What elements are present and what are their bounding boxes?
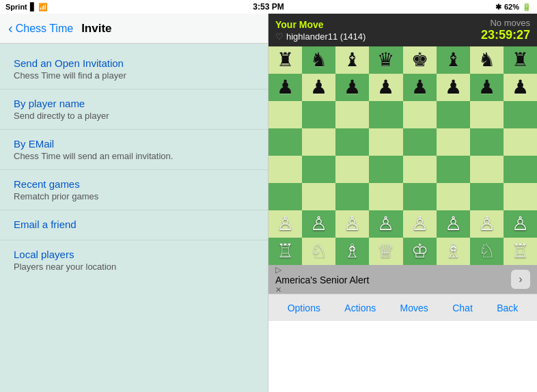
- chess-cell-0-6[interactable]: ♞: [470, 46, 504, 74]
- chess-cell-0-7[interactable]: ♜: [504, 46, 537, 74]
- chess-cell-5-6[interactable]: [470, 183, 504, 210]
- chess-cell-2-7[interactable]: [504, 101, 537, 128]
- bottom-toolbar: Options Actions Moves Chat Back: [268, 294, 537, 321]
- chess-cell-3-2[interactable]: [335, 128, 369, 156]
- chess-cell-1-1[interactable]: ♟: [302, 74, 335, 101]
- chess-cell-2-1[interactable]: [302, 101, 335, 128]
- chess-cell-2-0[interactable]: [268, 101, 302, 128]
- chess-cell-1-3[interactable]: ♟: [369, 74, 402, 101]
- chess-cell-4-4[interactable]: [403, 156, 437, 183]
- chess-cell-6-0[interactable]: ♙: [268, 210, 302, 238]
- ad-close-icon[interactable]: ✕: [275, 285, 369, 294]
- chess-cell-5-4[interactable]: [403, 183, 437, 210]
- chess-cell-3-7[interactable]: [504, 128, 537, 156]
- chess-cell-0-0[interactable]: ♜: [268, 46, 302, 74]
- chat-button[interactable]: Chat: [448, 300, 477, 316]
- menu-item-subtitle-open-invitation: Chess Time will find a player: [14, 70, 254, 81]
- chess-cell-3-3[interactable]: [369, 128, 402, 156]
- battery-label: 62%: [504, 3, 519, 11]
- chess-board: ♜♞♝♛♚♝♞♜♟♟♟♟♟♟♟♟♙♙♙♙♙♙♙♙♖♘♗♕♔♗♘♖: [268, 46, 537, 265]
- chess-cell-2-4[interactable]: [403, 101, 437, 128]
- chess-cell-1-0[interactable]: ♟: [268, 74, 302, 101]
- chess-cell-1-4[interactable]: ♟: [403, 74, 437, 101]
- chess-cell-2-6[interactable]: [470, 101, 504, 128]
- back-chevron-icon: ‹: [8, 20, 13, 36]
- game-header: Your Move ♡ highlander11 (1414) No moves…: [268, 14, 537, 46]
- chess-cell-1-7[interactable]: ♟: [504, 74, 537, 101]
- menu-item-recent-games[interactable]: Recent gamesRematch prior games: [0, 170, 268, 210]
- chess-cell-3-1[interactable]: [302, 128, 335, 156]
- no-moves-label: No moves: [481, 18, 530, 28]
- back-button[interactable]: ‹ Chess Time: [8, 20, 73, 36]
- chess-cell-7-4[interactable]: ♔: [403, 238, 437, 265]
- chess-cell-5-3[interactable]: [369, 183, 402, 210]
- chess-cell-7-1[interactable]: ♘: [302, 238, 335, 265]
- chess-cell-5-7[interactable]: [504, 183, 537, 210]
- chess-cell-6-5[interactable]: ♙: [437, 210, 470, 238]
- chess-cell-7-3[interactable]: ♕: [369, 238, 402, 265]
- menu-item-title-by-player-name: By player name: [14, 98, 254, 109]
- battery-icon: 🔋: [522, 3, 532, 12]
- chess-cell-4-3[interactable]: [369, 156, 402, 183]
- nav-bar: ‹ Chess Time Invite: [0, 14, 268, 44]
- menu-item-title-by-email: By EMail: [14, 138, 254, 150]
- chess-cell-3-5[interactable]: [437, 128, 470, 156]
- chess-cell-4-5[interactable]: [437, 156, 470, 183]
- chess-cell-0-5[interactable]: ♝: [437, 46, 470, 74]
- wifi-icon: 📶: [38, 3, 48, 12]
- your-move-label: Your Move: [275, 19, 366, 30]
- chess-cell-4-7[interactable]: [504, 156, 537, 183]
- actions-button[interactable]: Actions: [340, 300, 380, 316]
- menu-item-local-players[interactable]: Local playersPlayers near your location: [0, 240, 268, 280]
- chess-cell-6-2[interactable]: ♙: [335, 210, 369, 238]
- chess-cell-3-0[interactable]: [268, 128, 302, 156]
- chess-cell-6-1[interactable]: ♙: [302, 210, 335, 238]
- chess-cell-0-4[interactable]: ♚: [403, 46, 437, 74]
- chess-cell-6-4[interactable]: ♙: [403, 210, 437, 238]
- options-button[interactable]: Options: [284, 300, 325, 316]
- chess-cell-4-6[interactable]: [470, 156, 504, 183]
- chess-cell-4-1[interactable]: [302, 156, 335, 183]
- chess-cell-0-2[interactable]: ♝: [335, 46, 369, 74]
- chess-cell-6-7[interactable]: ♙: [504, 210, 537, 238]
- menu-item-by-player-name[interactable]: By player nameSend directly to a player: [0, 89, 268, 130]
- ad-banner[interactable]: ▷ America's Senior Alert ✕ ›: [268, 265, 537, 294]
- chess-cell-5-2[interactable]: [335, 183, 369, 210]
- back-button-toolbar[interactable]: Back: [493, 300, 522, 316]
- chess-cell-7-6[interactable]: ♘: [470, 238, 504, 265]
- menu-list: Send an Open InvitationChess Time will f…: [0, 44, 268, 392]
- chess-cell-1-5[interactable]: ♟: [437, 74, 470, 101]
- chess-cell-4-2[interactable]: [335, 156, 369, 183]
- chess-cell-1-2[interactable]: ♟: [335, 74, 369, 101]
- chess-cell-3-4[interactable]: [403, 128, 437, 156]
- chess-cell-5-5[interactable]: [437, 183, 470, 210]
- menu-item-email-friend[interactable]: Email a friend: [0, 210, 268, 240]
- game-header-right: No moves 23:59:27: [481, 18, 530, 42]
- menu-item-open-invitation[interactable]: Send an Open InvitationChess Time will f…: [0, 49, 268, 89]
- chess-cell-7-5[interactable]: ♗: [437, 238, 470, 265]
- ad-content: ▷ America's Senior Alert ✕: [275, 265, 369, 294]
- chess-cell-0-3[interactable]: ♛: [369, 46, 402, 74]
- chess-cell-6-6[interactable]: ♙: [470, 210, 504, 238]
- chess-cell-2-5[interactable]: [437, 101, 470, 128]
- menu-item-subtitle-local-players: Players near your location: [14, 262, 254, 272]
- chess-cell-2-3[interactable]: [369, 101, 402, 128]
- moves-button[interactable]: Moves: [396, 300, 432, 316]
- player-info: ♡ highlander11 (1414): [275, 31, 366, 42]
- ad-chevron-icon[interactable]: ›: [511, 270, 530, 289]
- chess-cell-2-2[interactable]: [335, 101, 369, 128]
- signal-icon: ▋: [30, 3, 36, 12]
- chess-cell-7-7[interactable]: ♖: [504, 238, 537, 265]
- chess-cell-5-0[interactable]: [268, 183, 302, 210]
- chess-cell-4-0[interactable]: [268, 156, 302, 183]
- bluetooth-icon: ✱: [495, 3, 501, 12]
- chess-cell-6-3[interactable]: ♙: [369, 210, 402, 238]
- chess-cell-7-2[interactable]: ♗: [335, 238, 369, 265]
- chess-cell-3-6[interactable]: [470, 128, 504, 156]
- chess-cell-0-1[interactable]: ♞: [302, 46, 335, 74]
- chess-cell-7-0[interactable]: ♖: [268, 238, 302, 265]
- chess-cell-5-1[interactable]: [302, 183, 335, 210]
- menu-item-by-email[interactable]: By EMailChess Time will send an email in…: [0, 130, 268, 170]
- carrier-label: Sprint: [5, 3, 27, 11]
- chess-cell-1-6[interactable]: ♟: [470, 74, 504, 101]
